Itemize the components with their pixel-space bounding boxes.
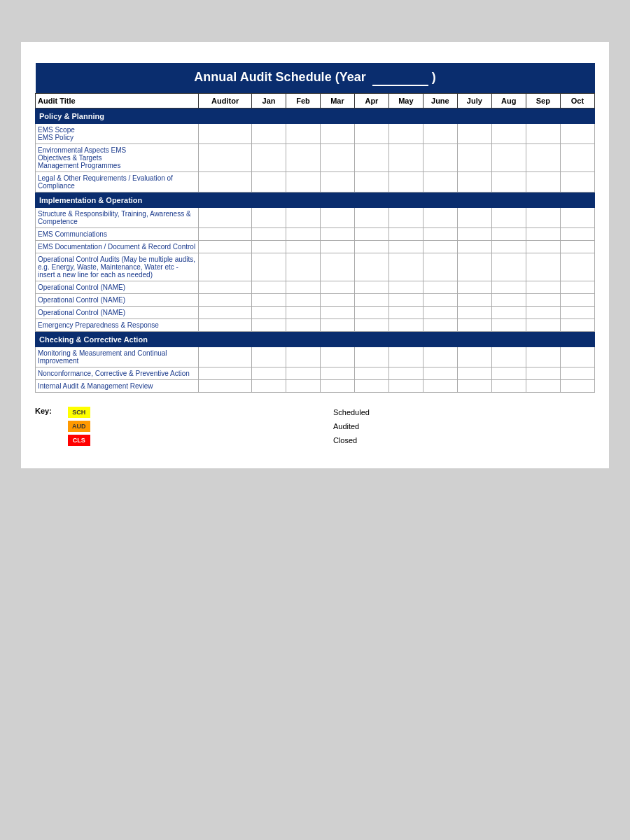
month-cell-5[interactable] [423,253,457,281]
month-cell-3[interactable] [354,380,388,393]
month-cell-5[interactable] [423,368,457,380]
month-cell-1[interactable] [286,294,321,307]
month-cell-5[interactable] [423,380,457,393]
month-cell-0[interactable] [252,253,286,281]
month-cell-6[interactable] [457,172,491,192]
month-cell-6[interactable] [457,347,491,368]
month-cell-2[interactable] [321,307,355,319]
month-cell-2[interactable] [320,347,354,368]
month-cell-1[interactable] [286,281,321,294]
month-cell-6[interactable] [457,294,491,307]
month-cell-9[interactable] [560,241,594,253]
month-cell-9[interactable] [560,380,594,393]
row-auditor[interactable] [199,319,252,332]
month-cell-2[interactable] [321,281,355,294]
month-cell-8[interactable] [526,281,560,294]
month-cell-4[interactable] [389,172,424,192]
month-cell-4[interactable] [389,294,424,307]
month-cell-5[interactable] [424,172,458,192]
month-cell-8[interactable] [526,172,560,192]
month-cell-8[interactable] [526,368,560,380]
month-cell-5[interactable] [423,208,457,228]
row-auditor[interactable] [199,281,252,294]
month-cell-4[interactable] [389,307,424,319]
row-auditor[interactable] [199,294,252,307]
month-cell-5[interactable] [424,124,458,144]
month-cell-5[interactable] [423,241,457,253]
month-cell-1[interactable] [286,368,321,380]
month-cell-6[interactable] [457,208,491,228]
row-auditor[interactable] [199,241,252,253]
month-cell-8[interactable] [526,319,560,332]
row-auditor[interactable] [199,368,252,380]
month-cell-7[interactable] [491,319,526,332]
month-cell-4[interactable] [389,208,424,228]
month-cell-1[interactable] [286,253,321,281]
row-auditor[interactable] [199,253,252,281]
month-cell-1[interactable] [286,241,321,253]
month-cell-7[interactable] [491,172,526,192]
month-cell-2[interactable] [321,124,355,144]
month-cell-6[interactable] [457,281,491,294]
month-cell-0[interactable] [252,208,286,228]
month-cell-9[interactable] [560,208,594,228]
month-cell-7[interactable] [491,253,526,281]
month-cell-2[interactable] [321,253,355,281]
month-cell-3[interactable] [354,347,388,368]
month-cell-5[interactable] [424,144,458,172]
month-cell-3[interactable] [355,228,389,241]
month-cell-4[interactable] [389,144,424,172]
month-cell-3[interactable] [355,253,389,281]
month-cell-3[interactable] [355,144,389,172]
month-cell-0[interactable] [252,294,286,307]
month-cell-8[interactable] [526,208,560,228]
month-cell-8[interactable] [526,307,560,319]
month-cell-3[interactable] [355,208,389,228]
month-cell-7[interactable] [491,124,526,144]
month-cell-5[interactable] [423,307,457,319]
month-cell-9[interactable] [560,294,594,307]
month-cell-7[interactable] [491,208,526,228]
row-auditor[interactable] [199,347,252,368]
month-cell-3[interactable] [355,241,389,253]
month-cell-5[interactable] [423,228,457,241]
month-cell-1[interactable] [286,172,321,192]
month-cell-4[interactable] [389,281,424,294]
month-cell-0[interactable] [252,307,286,319]
month-cell-9[interactable] [560,281,594,294]
month-cell-3[interactable] [355,124,389,144]
row-auditor[interactable] [199,228,252,241]
month-cell-6[interactable] [457,144,491,172]
month-cell-1[interactable] [286,380,321,393]
month-cell-7[interactable] [491,347,526,368]
month-cell-0[interactable] [252,347,286,368]
month-cell-2[interactable] [320,368,354,380]
month-cell-9[interactable] [560,307,594,319]
month-cell-8[interactable] [526,144,560,172]
month-cell-8[interactable] [526,241,560,253]
month-cell-7[interactable] [491,368,526,380]
month-cell-4[interactable] [389,228,424,241]
month-cell-8[interactable] [526,253,560,281]
month-cell-4[interactable] [389,241,424,253]
month-cell-4[interactable] [389,319,424,332]
month-cell-0[interactable] [252,124,286,144]
month-cell-7[interactable] [491,294,526,307]
year-underline[interactable] [372,70,428,86]
month-cell-5[interactable] [423,347,457,368]
month-cell-4[interactable] [388,347,423,368]
month-cell-2[interactable] [321,241,355,253]
row-auditor[interactable] [199,144,252,172]
month-cell-4[interactable] [388,368,423,380]
month-cell-1[interactable] [286,319,321,332]
month-cell-0[interactable] [252,228,286,241]
month-cell-9[interactable] [560,368,594,380]
month-cell-2[interactable] [321,144,355,172]
month-cell-6[interactable] [457,319,491,332]
month-cell-1[interactable] [286,347,321,368]
month-cell-7[interactable] [491,241,526,253]
month-cell-2[interactable] [321,228,355,241]
month-cell-8[interactable] [526,380,560,393]
month-cell-3[interactable] [355,294,389,307]
month-cell-2[interactable] [321,294,355,307]
